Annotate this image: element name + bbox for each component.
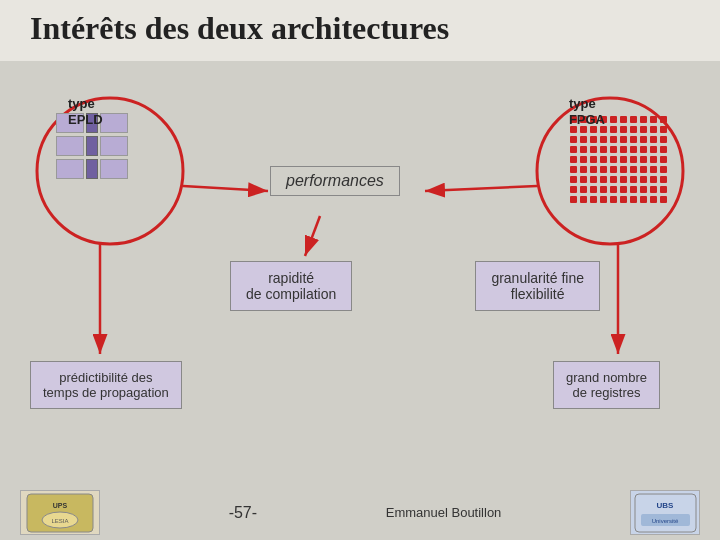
svg-text:Université: Université: [651, 518, 678, 524]
predictibilite-box: prédictibilité des temps de propagation: [30, 361, 182, 409]
svg-line-4: [425, 186, 537, 191]
author-name: Emmanuel Boutillon: [386, 505, 502, 520]
content-area: type EPLD ty: [0, 61, 720, 521]
bottom-bar: UPS LESIA -57- Emmanuel Boutillon UBS Un…: [0, 485, 720, 540]
page-number: -57-: [229, 504, 257, 522]
svg-rect-12: [635, 494, 696, 532]
svg-text:LESIA: LESIA: [51, 518, 68, 524]
fpga-diagram: [570, 116, 670, 206]
epld-label: type EPLD: [68, 96, 103, 127]
performances-box: performances: [270, 166, 400, 196]
slide: Intérêts des deux architectures: [0, 0, 720, 540]
svg-text:UPS: UPS: [53, 502, 68, 509]
svg-text:UBS: UBS: [656, 501, 674, 510]
logo-right: UBS Université: [630, 490, 700, 535]
grandnombre-box: grand nombre de registres: [553, 361, 660, 409]
granularite-box: granularité fine flexibilité: [475, 261, 600, 311]
fpga-label: type FPGA: [569, 96, 605, 127]
epld-diagram: [48, 113, 163, 218]
page-title: Intérêts des deux architectures: [30, 10, 449, 46]
logo-left: UPS LESIA: [20, 490, 100, 535]
svg-line-5: [305, 216, 320, 256]
rapidite-box: rapidité de compilation: [230, 261, 352, 311]
svg-line-3: [183, 186, 268, 191]
title-bar: Intérêts des deux architectures: [0, 0, 720, 61]
